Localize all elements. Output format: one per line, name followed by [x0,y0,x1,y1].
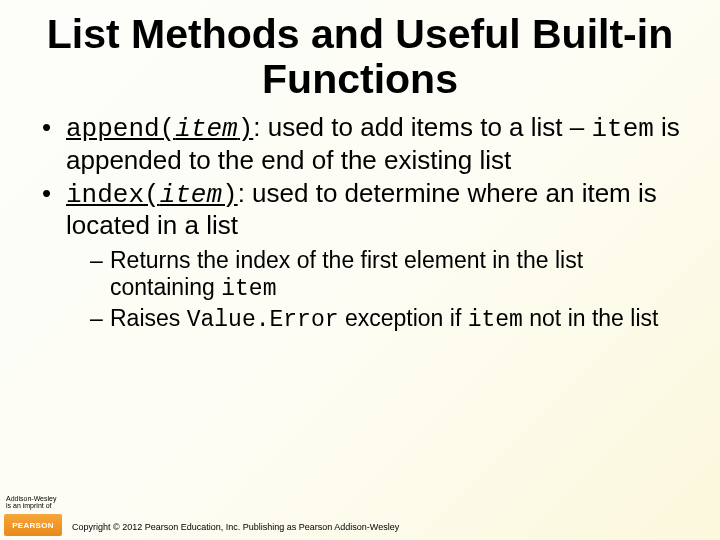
pearson-logo: PEARSON [4,514,62,536]
sub-item: Returns the index of the first element i… [90,247,680,303]
footer: Addison-Wesley is an imprint of PEARSON … [0,492,720,540]
copyright-text: Copyright © 2012 Pearson Education, Inc.… [72,522,399,532]
method-name: index(item) [66,180,238,210]
method-name: append(item) [66,114,253,144]
bullet-index: index(item): used to determine where an … [40,178,680,335]
sub-list: Returns the index of the first element i… [66,247,680,334]
sub-text: not in the list [523,305,659,331]
slide-title: List Methods and Useful Built-in Functio… [0,0,720,108]
inline-code: Value.Error [187,307,339,333]
bullet-append: append(item): used to add items to a lis… [40,112,680,175]
sub-text: exception if [339,305,468,331]
sub-item: Raises Value.Error exception if item not… [90,305,680,334]
slide-content: append(item): used to add items to a lis… [0,108,720,334]
inline-code: item [221,276,276,302]
slide: List Methods and Useful Built-in Functio… [0,0,720,540]
sub-text: Raises [110,305,187,331]
imprint-text: Addison-Wesley is an imprint of [6,495,56,510]
inline-code: item [468,307,523,333]
inline-code: item [591,114,653,144]
bullet-text: : used to add items to a list – [253,112,591,142]
bullet-list: append(item): used to add items to a lis… [40,112,680,334]
sub-text: Returns the index of the first element i… [110,247,583,300]
